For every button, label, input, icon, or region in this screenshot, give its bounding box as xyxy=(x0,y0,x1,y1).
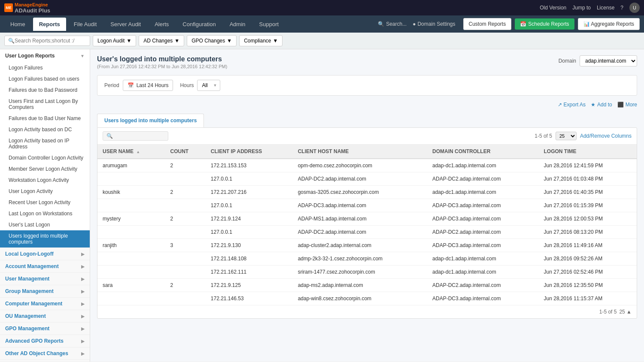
cell-count xyxy=(165,292,205,305)
account-management-section[interactable]: Account Management▶ xyxy=(0,260,90,272)
table-row: mystery 2 172.21.9.124 ADAP-MS1.adap.int… xyxy=(97,212,637,226)
search-input[interactable] xyxy=(15,38,83,44)
sidebar-item-first-last-logon[interactable]: Users First and Last Logon By Computers xyxy=(0,96,90,113)
col-count[interactable]: COUNT xyxy=(165,145,205,159)
sidebar-item-logon-failures[interactable]: Logon Failures xyxy=(0,62,90,73)
section-chevron-icon: ▼ xyxy=(80,54,85,58)
search-icon: 🔍 xyxy=(8,38,15,44)
period-value: Last 24 Hours xyxy=(137,82,169,88)
cell-client-ip: 172.21.9.124 xyxy=(206,212,293,226)
sidebar-item-bad-password[interactable]: Failures due to Bad Password xyxy=(0,84,90,96)
domain-settings-label[interactable]: Domain Settings xyxy=(417,21,455,27)
ad-changes-dropdown[interactable]: AD Changes ▼ xyxy=(139,35,184,46)
user-logon-reports-header[interactable]: User Logon Reports ▼ xyxy=(0,49,90,62)
sidebar-item-workstation-logon[interactable]: Workstation Logon Activity xyxy=(0,175,90,186)
help-icon[interactable]: ? xyxy=(620,5,623,11)
hours-select[interactable]: All xyxy=(197,80,220,91)
sidebar-item-users-last-logon[interactable]: User's Last Logon xyxy=(0,219,90,230)
cell-count xyxy=(165,252,205,265)
cell-logon-time: Jun 28,2016 09:52:26 AM xyxy=(539,252,637,265)
license-link[interactable]: License xyxy=(597,5,614,11)
nav-admin[interactable]: Admin xyxy=(224,18,252,31)
bottom-pagination-info: 1-5 of 5 xyxy=(599,309,617,315)
table-header-row: USER NAME ▲ COUNT CLIENT IP ADDRESS CLIE… xyxy=(97,145,637,159)
cell-count: 3 xyxy=(165,239,205,252)
sidebar-item-user-logon[interactable]: User Logon Activity xyxy=(0,186,90,197)
page-size-select[interactable]: 25 50 100 xyxy=(556,132,577,140)
table-search[interactable]: 🔍 xyxy=(103,131,168,141)
sidebar-item-member-server[interactable]: Member Server Logon Activity xyxy=(0,163,90,175)
sidebar-item-bad-username[interactable]: Failures due to Bad User Name xyxy=(0,113,90,124)
export-as-button[interactable]: ↗ Export As xyxy=(558,102,586,108)
nav-server-audit[interactable]: Server Audit xyxy=(104,18,147,31)
schedule-reports-button[interactable]: 📅 Schedule Reports xyxy=(515,18,574,30)
other-ad-object-changes-section[interactable]: Other AD Object Changes▶ xyxy=(0,347,90,359)
col-logon-time[interactable]: LOGON TIME xyxy=(539,145,637,159)
cell-domain-controller: ADAP-DC2.adap.internal.com xyxy=(427,226,539,239)
cell-client-host: ADAP-DC2.adap.internal.com xyxy=(293,226,427,239)
nav-home[interactable]: Home xyxy=(4,18,31,31)
nav-support[interactable]: Support xyxy=(253,18,285,31)
nav-configuration[interactable]: Configuration xyxy=(176,18,222,31)
ou-management-section[interactable]: OU Management▶ xyxy=(0,310,90,322)
page-title-area: User's logged into multiple computers (F… xyxy=(97,55,227,69)
sidebar: User Logon Reports ▼ Logon Failures Logo… xyxy=(0,49,90,362)
sidebar-item-logon-ip[interactable]: Logon Activity based on IP Address xyxy=(0,135,90,152)
sidebar-item-recent-logon[interactable]: Recent User Logon Activity xyxy=(0,197,90,208)
old-version-link[interactable]: Old Version xyxy=(540,5,566,11)
period-input[interactable]: 📅 Last 24 Hours xyxy=(123,80,173,91)
local-logon-logoff-section[interactable]: Local Logon-Logoff▶ xyxy=(0,247,90,260)
add-to-button[interactable]: ★ Add to xyxy=(591,102,612,108)
hours-select-wrapper: All xyxy=(197,80,220,91)
advanced-gpo-reports-section[interactable]: Advanced GPO Reports▶ xyxy=(0,335,90,347)
domain-select[interactable]: adap.internal.com xyxy=(580,55,637,66)
group-management-section[interactable]: Group Management▶ xyxy=(0,285,90,297)
configuration-auditing-section[interactable]: Configuration Auditing▶ xyxy=(0,359,90,362)
sort-icon: ▲ xyxy=(136,150,140,154)
search-area[interactable]: 🔍 Search... xyxy=(378,21,407,27)
search-label[interactable]: Search... xyxy=(386,21,407,27)
cell-username: arumugam xyxy=(97,159,165,172)
sidebar-search[interactable]: 🔍 xyxy=(4,36,90,46)
user-management-section[interactable]: User Management▶ xyxy=(0,272,90,285)
top-right-links: Old Version Jump to License ? U xyxy=(540,3,640,13)
aggregate-reports-button[interactable]: 📊 Aggregate Reports xyxy=(578,18,640,30)
jump-to-link[interactable]: Jump to xyxy=(572,5,591,11)
bottom-page-size[interactable]: 25 ▲ xyxy=(619,309,632,315)
nav-alerts[interactable]: Alerts xyxy=(149,18,175,31)
domain-settings-area[interactable]: ● Domain Settings xyxy=(413,21,455,27)
col-client-host[interactable]: CLIENT HOST NAME xyxy=(293,145,427,159)
cell-client-ip: 172.21.148.108 xyxy=(206,252,293,265)
period-filter-group: Period 📅 Last 24 Hours xyxy=(104,80,173,91)
cell-domain-controller: ADAP-DC3.adap.internal.com xyxy=(427,212,539,226)
table-toolbar: 🔍 1-5 of 5 25 50 100 Add/Remove Columns xyxy=(97,128,637,145)
cell-logon-time: Jun 28,2016 12:35:50 PM xyxy=(539,279,637,292)
nav-file-audit[interactable]: File Audit xyxy=(68,18,103,31)
gpo-management-section[interactable]: GPO Management▶ xyxy=(0,322,90,335)
col-client-ip[interactable]: CLIENT IP ADDRESS xyxy=(206,145,293,159)
sidebar-item-logon-failures-users[interactable]: Logon Failures based on users xyxy=(0,73,90,84)
compliance-dropdown[interactable]: Compliance ▼ xyxy=(239,35,283,46)
sidebar-item-last-logon-workstations[interactable]: Last Logon on Workstations xyxy=(0,208,90,219)
table-row: 127.0.0.1 ADAP-DC3.adap.internal.com ADA… xyxy=(97,199,637,212)
user-avatar[interactable]: U xyxy=(629,3,640,13)
cell-client-host: admp-2k3-32-1.csez.zohocorpin.com xyxy=(293,252,427,265)
computer-management-section[interactable]: Computer Management▶ xyxy=(0,297,90,310)
col-domain-controller[interactable]: DOMAIN CONTROLLER xyxy=(427,145,539,159)
gpo-changes-dropdown[interactable]: GPO Changes ▼ xyxy=(187,35,237,46)
col-username[interactable]: USER NAME ▲ xyxy=(97,145,165,159)
schedule-icon: 📅 xyxy=(520,21,526,27)
cell-username: ranjith xyxy=(97,239,165,252)
more-button[interactable]: ⬛ More xyxy=(617,102,637,108)
tab-users-multiple-computers[interactable]: Users logged into multiple computers xyxy=(97,114,204,127)
add-remove-columns-button[interactable]: Add/Remove Columns xyxy=(580,133,632,139)
sidebar-item-users-multiple-computers[interactable]: Users logged into multiple computers xyxy=(0,230,90,247)
cell-username xyxy=(97,172,165,186)
sidebar-item-dc-logon[interactable]: Domain Controller Logon Activity xyxy=(0,152,90,163)
custom-reports-button[interactable]: Custom Reports xyxy=(463,18,512,30)
logon-audit-dropdown[interactable]: Logon Audit ▼ xyxy=(93,35,136,46)
page-title: User's logged into multiple computers xyxy=(97,55,227,63)
sidebar-item-logon-dc[interactable]: Logon Activity based on DC xyxy=(0,124,90,135)
nav-reports[interactable]: Reports xyxy=(33,18,66,31)
table-search-input[interactable] xyxy=(113,133,164,139)
